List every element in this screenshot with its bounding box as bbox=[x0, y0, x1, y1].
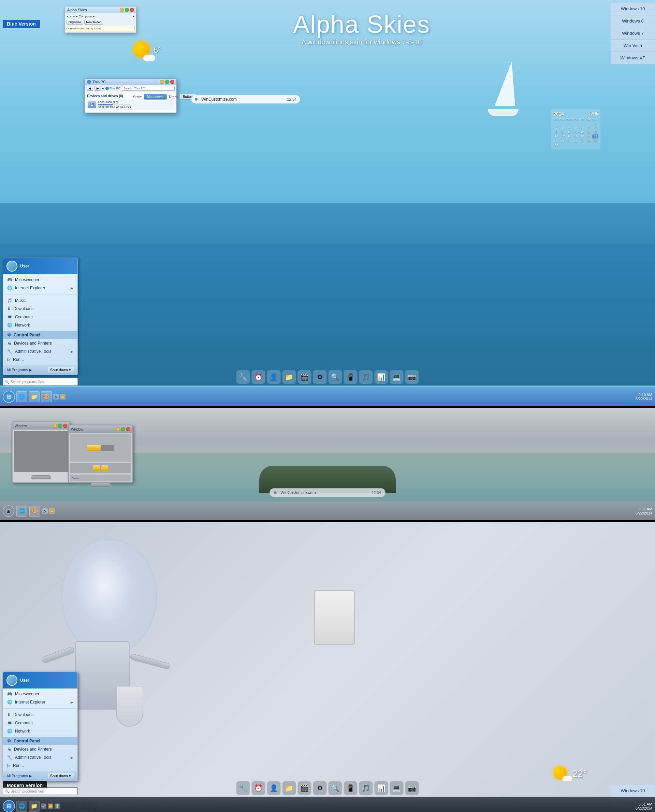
middle-network-icon[interactable]: 📶 bbox=[49, 508, 55, 514]
dock-icon-10[interactable]: 📊 bbox=[375, 370, 388, 384]
bottom-dock-4[interactable]: 📁 bbox=[283, 781, 296, 795]
start-item-music[interactable]: 🎵 Music bbox=[3, 297, 77, 304]
bottom-computer-icon: 💻 bbox=[7, 721, 12, 725]
bottom-start-computer[interactable]: 💻 Computer bbox=[3, 719, 77, 727]
start-item-network[interactable]: 🌐 Network bbox=[3, 321, 77, 329]
vista-max-1[interactable] bbox=[58, 424, 62, 428]
this-pc-close[interactable] bbox=[170, 80, 174, 84]
start-item-run[interactable]: ▷ Run... bbox=[3, 355, 77, 364]
bottom-all-programs[interactable]: All Programs ▶ bbox=[6, 774, 32, 778]
bottom-shutdown-button[interactable]: Shut down ▾ bbox=[47, 773, 74, 779]
win7-button-top[interactable]: Windows 7 bbox=[610, 27, 655, 40]
taskbar-ie-icon[interactable]: 🌐 bbox=[16, 391, 27, 402]
bottom-volume-icon[interactable]: 🔊 bbox=[41, 803, 46, 809]
bottom-user-avatar bbox=[6, 675, 17, 686]
minimize-button[interactable] bbox=[120, 8, 124, 12]
maximize-button[interactable] bbox=[125, 8, 129, 12]
start-item-controlpanel[interactable]: ⚙ Control Panel bbox=[3, 331, 77, 339]
this-pc-search[interactable] bbox=[122, 86, 175, 91]
middle-start-button[interactable]: ⊞ bbox=[3, 505, 14, 517]
browser-address-bar-top[interactable]: .WinCustomize.com 12:34 bbox=[191, 95, 300, 104]
mouseover-button[interactable]: Mouseover bbox=[144, 94, 167, 100]
bottom-start-downloads[interactable]: ⬇ Downloads bbox=[3, 710, 77, 719]
win10-button-top[interactable]: Windows 10 bbox=[610, 3, 655, 15]
volume-icon[interactable]: 🔊 bbox=[53, 394, 59, 400]
bottom-dock-6[interactable]: ⚙ bbox=[313, 781, 327, 795]
dock-icon-4[interactable]: 📁 bbox=[283, 370, 296, 384]
bottom-start-admintools[interactable]: 🔧 Administrative Tools ▶ bbox=[3, 753, 77, 761]
dock-icon-3[interactable]: 👤 bbox=[267, 370, 281, 384]
winxp-button-top[interactable]: Windows XP bbox=[610, 52, 655, 64]
bottom-battery-icon[interactable]: 🔋 bbox=[55, 803, 60, 809]
dock-icon-8[interactable]: 📱 bbox=[344, 370, 358, 384]
network-tray-icon[interactable]: 📶 bbox=[60, 394, 66, 400]
bottom-dock-2[interactable]: ⏰ bbox=[252, 781, 265, 795]
vista-max-2[interactable] bbox=[121, 427, 125, 431]
dock-icon-7[interactable]: 🔍 bbox=[329, 370, 342, 384]
bottom-start-minesweeper[interactable]: 🎮 Minesweeper bbox=[3, 690, 77, 698]
start-item-devices[interactable]: 🖨 Devices and Printers bbox=[3, 339, 77, 347]
top-section: Blue Version Alpha Skies A windowblinds … bbox=[0, 0, 655, 406]
start-item-admintools[interactable]: 🔧 Administrative Tools ▶ bbox=[3, 347, 77, 355]
bottom-start-devices[interactable]: 🖨 Devices and Printers bbox=[3, 745, 77, 753]
start-item-downloads[interactable]: ⬇ Downloads bbox=[3, 304, 77, 313]
new-folder-button[interactable]: New folder bbox=[84, 20, 103, 25]
middle-taskbar-ps[interactable]: 🎨 bbox=[29, 506, 40, 517]
start-item-minesweeper[interactable]: 🎮 Minesweeper bbox=[3, 276, 77, 284]
bottom-start-controlpanel[interactable]: ⚙ Control Panel bbox=[3, 737, 77, 745]
bottom-dock-11[interactable]: 💻 bbox=[390, 781, 404, 795]
run-icon: ▷ bbox=[7, 357, 10, 362]
start-button-top[interactable]: ⊞ bbox=[3, 391, 15, 403]
this-pc-maximize[interactable] bbox=[165, 80, 169, 84]
bottom-dock-1[interactable]: 🔧 bbox=[237, 781, 250, 795]
bottom-taskbar-ie[interactable]: 🌐 bbox=[16, 801, 27, 812]
back-btn[interactable]: ◀ bbox=[87, 86, 93, 91]
start-item-computer[interactable]: 💻 Computer bbox=[3, 313, 77, 321]
dock-icon-11[interactable]: 💻 bbox=[390, 370, 404, 384]
taskbar-folder-icon[interactable]: 📁 bbox=[29, 391, 40, 402]
all-programs-button[interactable]: All Programs ▶ bbox=[6, 368, 32, 372]
middle-volume-icon[interactable]: 🔊 bbox=[42, 508, 48, 514]
dock-icon-2[interactable]: ⏰ bbox=[252, 370, 265, 384]
bottom-dock-7[interactable]: 🔍 bbox=[329, 781, 342, 795]
forward-btn[interactable]: ▶ bbox=[94, 86, 101, 91]
bottom-search-bar[interactable]: 🔍 Search programs files bbox=[3, 787, 78, 795]
win10-button-bottom[interactable]: Windows 10 bbox=[610, 785, 655, 797]
search-bar-top[interactable]: 🔍 Search programs files bbox=[3, 378, 78, 386]
taskbar-ps-icon[interactable]: 🎨 bbox=[41, 391, 52, 402]
bottom-dock-10[interactable]: 📊 bbox=[375, 781, 388, 795]
bottom-start-ie[interactable]: 🌐 Internet Explorer ▶ bbox=[3, 698, 77, 706]
bottom-start-network[interactable]: 🌐 Network bbox=[3, 727, 77, 735]
dock-icon-6[interactable]: ⚙ bbox=[313, 370, 327, 384]
dock-icons-top: 🔧 ⏰ 👤 📁 🎬 ⚙ 🔍 📱 🎵 📊 💻 📷 bbox=[237, 370, 419, 384]
bottom-taskbar-folder[interactable]: 📁 bbox=[29, 801, 40, 812]
start-item-ie[interactable]: 🌐 Internet Explorer ▶ bbox=[3, 284, 77, 292]
organize-button[interactable]: Organize bbox=[66, 20, 83, 25]
vista-min-1[interactable] bbox=[53, 424, 57, 428]
vista-slider-2[interactable] bbox=[91, 483, 111, 487]
shutdown-button[interactable]: Shut down ▾ bbox=[47, 367, 74, 373]
win8-button-top[interactable]: Windows 8 bbox=[610, 15, 655, 27]
vista-slider-1[interactable] bbox=[31, 475, 51, 479]
bottom-dock-3[interactable]: 👤 bbox=[267, 781, 281, 795]
bottom-dock-12[interactable]: 📷 bbox=[405, 781, 419, 795]
dock-icon-9[interactable]: 🎵 bbox=[359, 370, 373, 384]
middle-address-bar[interactable]: .WinCustomize.com 12:34 bbox=[269, 488, 386, 497]
bottom-start-run[interactable]: ▷ Run... bbox=[3, 761, 77, 770]
dock-icon-12[interactable]: 📷 bbox=[405, 370, 419, 384]
close-button[interactable] bbox=[130, 8, 134, 12]
dock-icon-1[interactable]: 🔧 bbox=[237, 370, 250, 384]
bottom-start-button[interactable]: ⊞ bbox=[3, 800, 15, 812]
drive-c-item[interactable]: 💾 Local Disk (C:) 34.3 GB free of 74.4 G… bbox=[87, 99, 174, 110]
dock-icon-5[interactable]: 🎬 bbox=[298, 370, 312, 384]
bottom-dock-8[interactable]: 📱 bbox=[344, 781, 358, 795]
middle-taskbar-ie[interactable]: 🌐 bbox=[16, 506, 27, 517]
vista-close-2[interactable] bbox=[126, 427, 130, 431]
bottom-network-tray-icon[interactable]: 📶 bbox=[48, 803, 53, 809]
this-pc-minimize[interactable] bbox=[160, 80, 164, 84]
vista-close-1[interactable] bbox=[63, 424, 67, 428]
vista-min-2[interactable] bbox=[116, 427, 120, 431]
bottom-dock-9[interactable]: 🎵 bbox=[359, 781, 373, 795]
winvista-button-top[interactable]: Win Vista bbox=[610, 40, 655, 52]
bottom-dock-5[interactable]: 🎬 bbox=[298, 781, 312, 795]
